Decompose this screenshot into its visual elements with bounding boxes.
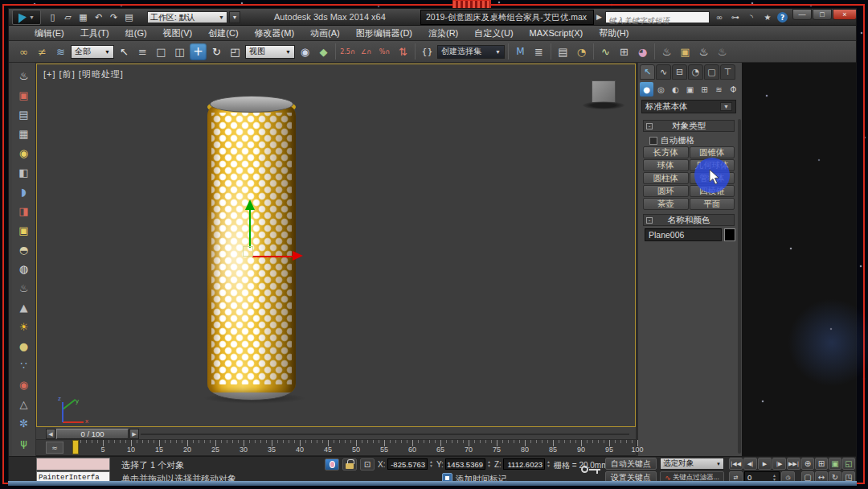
tab-utilities[interactable]: ⊤ xyxy=(720,64,735,80)
ring-sphere-icon[interactable]: ◍ xyxy=(14,259,34,278)
z-coordinate-field[interactable]: 1112.6023 xyxy=(503,458,545,470)
subcategory-space-warps[interactable]: ≋ xyxy=(712,82,726,97)
save-file-icon[interactable]: ▦ xyxy=(76,11,90,24)
project-folder-icon[interactable]: ▤ xyxy=(122,11,136,24)
menu-animation[interactable]: 动画(A) xyxy=(302,26,348,40)
mini-curve-editor-button[interactable]: ≈ xyxy=(46,442,63,454)
x-spinner[interactable]: ▲▼ xyxy=(428,458,434,470)
rectangular-selection-region-icon[interactable]: □ xyxy=(153,43,170,60)
torus-button[interactable]: 圆环 xyxy=(643,185,689,197)
redo-icon[interactable]: ↷ xyxy=(107,11,121,24)
play-button[interactable]: ▶ xyxy=(758,458,772,470)
zoom-extents-button[interactable]: ▣ xyxy=(829,458,841,470)
unlink-selection-icon[interactable]: ≠ xyxy=(34,43,51,60)
sphere-button[interactable]: 球体 xyxy=(643,159,689,171)
dome-icon[interactable]: ◓ xyxy=(14,240,34,259)
name-color-rollout[interactable]: - 名称和颜色 xyxy=(643,214,735,226)
stereo-cameras-icon[interactable]: ◨ xyxy=(14,201,34,220)
half-sphere-icon[interactable]: ◗ xyxy=(14,182,34,201)
use-pivot-point-center-icon[interactable]: ◉ xyxy=(297,43,313,60)
named-selection-sets-dropdown[interactable]: 创建选择集▼ xyxy=(437,45,505,59)
menu-create[interactable]: 创建(C) xyxy=(200,26,246,40)
application-menu-button[interactable]: ▼ xyxy=(12,10,41,25)
communication-center-icon[interactable]: ◝ xyxy=(745,11,758,23)
menu-help[interactable]: 帮助(H) xyxy=(591,26,637,40)
track-bar-ruler[interactable]: 5101520253035404550556065707580859095100 xyxy=(70,440,642,456)
cylinder-button[interactable]: 圆柱体 xyxy=(643,172,689,184)
x-coordinate-field[interactable]: -825.5763 xyxy=(387,458,428,470)
collapse-icon[interactable]: - xyxy=(646,123,653,129)
select-and-rotate-icon[interactable]: ↻ xyxy=(208,43,225,60)
key-selection-filter-dropdown[interactable]: 选定对象 ▼ xyxy=(660,458,724,470)
bind-to-space-warp-icon[interactable]: ≋ xyxy=(52,43,69,60)
move-gizmo-center-handle[interactable] xyxy=(243,246,253,257)
render-teapot-icon[interactable]: ♨ xyxy=(14,66,34,85)
object-name-field[interactable]: Plane006 xyxy=(645,228,722,241)
set-keys-key-icon[interactable] xyxy=(581,463,602,476)
select-and-link-icon[interactable]: ∞ xyxy=(15,43,32,60)
subscription-key-icon[interactable]: ⊶ xyxy=(729,11,742,23)
plane-button[interactable]: 平面 xyxy=(690,198,735,210)
subcategory-cameras[interactable]: ▣ xyxy=(683,82,697,97)
teapot-gray-icon[interactable]: ♨ xyxy=(14,278,34,298)
next-frame-button[interactable]: |▶ xyxy=(772,458,786,470)
sphere-yellow-icon[interactable]: ● xyxy=(14,336,34,355)
sun-icon[interactable]: ☀ xyxy=(14,317,34,336)
curve-editor-icon[interactable]: ∿ xyxy=(597,43,614,60)
collapse-icon[interactable]: - xyxy=(646,217,653,224)
select-by-name-icon[interactable]: ≡ xyxy=(134,43,151,60)
object-color-swatch[interactable] xyxy=(724,228,735,241)
rendered-frame-window-icon[interactable]: ▣ xyxy=(677,43,694,60)
move-gizmo-y-axis[interactable] xyxy=(249,209,251,248)
search-binoculars-icon[interactable]: ∞ xyxy=(713,11,726,23)
infocenter-search[interactable] xyxy=(605,11,710,23)
tab-display[interactable]: ▢ xyxy=(704,64,719,80)
y-spinner[interactable]: ▲▼ xyxy=(486,458,492,470)
workspace-dropdown-button[interactable]: ▼ xyxy=(229,11,240,23)
spreadsheet-icon[interactable]: ▦ xyxy=(14,124,34,143)
window-crossing-toggle-icon[interactable]: ◫ xyxy=(171,43,188,60)
primitive-category-dropdown[interactable]: 标准基本体 ▼ xyxy=(641,100,736,113)
menu-graph-editors[interactable]: 图形编辑器(D) xyxy=(348,26,420,40)
viewport-menu-shading[interactable]: [明暗处理] xyxy=(79,69,124,79)
move-gizmo-x-arrowhead[interactable] xyxy=(293,251,303,261)
mirror-icon[interactable]: M xyxy=(512,43,529,60)
viewport[interactable]: [+] [前] [明暗处理] x y z xyxy=(36,64,636,427)
open-file-icon[interactable]: ▱ xyxy=(61,11,75,24)
manage-layers-icon[interactable]: ▤ xyxy=(555,43,571,60)
selection-lock-toggle[interactable] xyxy=(342,458,357,471)
edit-named-selection-sets-icon[interactable]: {} xyxy=(419,43,436,60)
cone-icon[interactable]: ▲ xyxy=(14,298,34,317)
previous-frame-button[interactable]: ◀| xyxy=(743,458,757,470)
tab-motion[interactable]: ◔ xyxy=(688,64,703,80)
menu-group[interactable]: 组(G) xyxy=(117,26,155,40)
reference-coordinate-system-dropdown[interactable]: 视图▼ xyxy=(245,45,295,59)
time-slider[interactable]: 0 / 100 xyxy=(56,429,129,439)
menu-maxscript[interactable]: MAXScript(X) xyxy=(522,26,592,40)
teapot-button[interactable]: 茶壶 xyxy=(643,198,689,210)
move-gizmo-x-axis[interactable] xyxy=(252,256,294,257)
menu-views[interactable]: 视图(V) xyxy=(155,26,201,40)
rock-icon[interactable]: ✼ xyxy=(14,413,34,433)
new-scene-icon[interactable]: ▯ xyxy=(46,11,59,24)
cone-button[interactable]: 圆锥体 xyxy=(690,146,735,158)
menu-edit[interactable]: 编辑(E) xyxy=(27,26,72,40)
render-production-icon[interactable]: ♨ xyxy=(695,43,712,60)
spinner-snap-toggle-icon[interactable]: ⇅ xyxy=(395,43,411,60)
panel-scrollbar[interactable] xyxy=(738,119,741,454)
help-icon[interactable]: ? xyxy=(777,12,788,23)
menu-modifiers[interactable]: 修改器(M) xyxy=(247,26,303,40)
snaps-toggle-2-5-icon[interactable]: 2.5∩ xyxy=(339,43,356,60)
menu-rendering[interactable]: 渲染(R) xyxy=(420,26,466,40)
auto-key-button[interactable]: 自动关键点 xyxy=(605,458,657,470)
z-spinner[interactable]: ▲▼ xyxy=(546,458,551,470)
select-object-icon[interactable]: ↖ xyxy=(116,43,133,60)
workspace-dropdown[interactable]: 工作区: 默认 ▼ xyxy=(147,11,227,23)
render-setup-icon[interactable]: ♨ xyxy=(658,43,675,60)
zoom-all-button[interactable]: ⊞ xyxy=(815,458,828,470)
tab-modify[interactable]: ∿ xyxy=(656,64,671,80)
menu-tools[interactable]: 工具(T) xyxy=(72,26,117,40)
select-and-scale-icon[interactable]: ◰ xyxy=(227,43,244,60)
material-editor-icon[interactable]: ◕ xyxy=(634,43,651,60)
viewcube[interactable] xyxy=(592,80,616,103)
